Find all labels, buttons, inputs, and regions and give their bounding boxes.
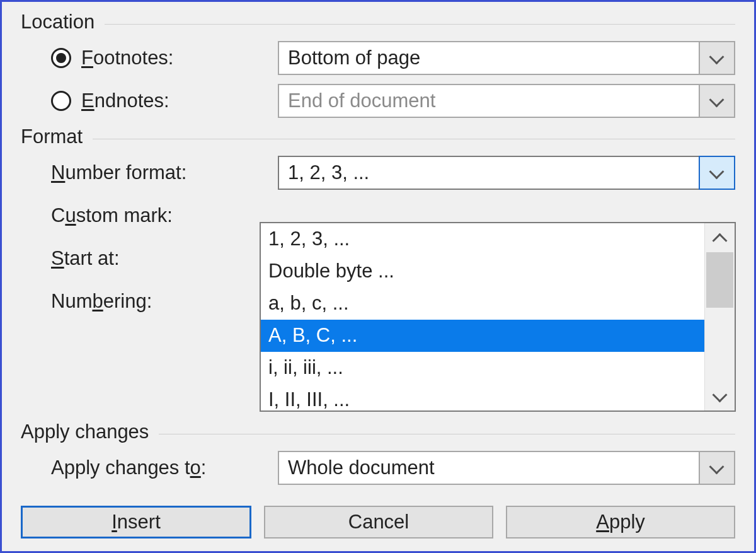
- footnote-endnote-dialog: Location Footnotes: Bottom of page Endno…: [0, 0, 756, 553]
- number-format-option[interactable]: A, B, C, ...: [261, 320, 704, 352]
- endnotes-location-dropdown-button: [699, 85, 734, 117]
- chevron-down-icon: [711, 464, 723, 472]
- apply-changes-combo[interactable]: Whole document: [278, 451, 735, 485]
- number-format-value: 1, 2, 3, ...: [279, 157, 700, 189]
- custom-mark-label: Custom mark:: [51, 204, 278, 227]
- footnotes-location-combo[interactable]: Bottom of page: [278, 41, 735, 75]
- number-format-combo[interactable]: 1, 2, 3, ...: [278, 156, 735, 190]
- insert-button[interactable]: Insert: [21, 506, 251, 538]
- number-format-row: Number format: 1, 2, 3, ...: [21, 153, 735, 192]
- number-format-dropdown-list[interactable]: 1, 2, 3, ...Double byte ...a, b, c, ...A…: [260, 222, 736, 412]
- apply-changes-label: Apply changes to:: [51, 457, 278, 479]
- section-apply-label: Apply changes: [21, 421, 156, 443]
- number-format-option[interactable]: 1, 2, 3, ...: [261, 223, 704, 255]
- cancel-button[interactable]: Cancel: [264, 506, 493, 538]
- chevron-down-icon: [711, 54, 723, 62]
- apply-changes-row: Apply changes to: Whole document: [21, 448, 735, 487]
- footnotes-row: Footnotes: Bottom of page: [21, 38, 735, 78]
- footnotes-location-dropdown-button[interactable]: [699, 42, 734, 74]
- section-format: Format: [21, 124, 735, 149]
- start-at-label: Start at:: [51, 247, 278, 270]
- chevron-up-icon: [714, 233, 725, 243]
- apply-changes-value: Whole document: [279, 452, 699, 484]
- footnotes-radio-label[interactable]: Footnotes:: [51, 47, 278, 69]
- endnotes-location-combo: End of document: [278, 84, 735, 118]
- section-apply-changes: Apply changes Apply changes to: Whole do…: [21, 418, 735, 491]
- endnotes-location-value: End of document: [279, 85, 699, 117]
- endnotes-radio[interactable]: [51, 91, 71, 111]
- section-apply-head: Apply changes: [21, 419, 735, 445]
- apply-changes-dropdown-button[interactable]: [699, 452, 734, 484]
- endnotes-row: Endnotes: End of document: [21, 81, 735, 120]
- number-format-label: Number format:: [51, 161, 278, 184]
- footnotes-location-value: Bottom of page: [279, 42, 699, 74]
- chevron-down-icon: [714, 392, 726, 400]
- endnotes-radio-label[interactable]: Endnotes:: [51, 90, 278, 112]
- scroll-down-button[interactable]: [705, 381, 735, 410]
- dropdown-scrollbar[interactable]: [704, 223, 735, 410]
- scroll-up-button[interactable]: [705, 223, 735, 252]
- section-format-label: Format: [21, 125, 90, 148]
- number-format-option[interactable]: i, ii, iii, ...: [261, 352, 704, 384]
- apply-button[interactable]: Apply: [506, 506, 735, 538]
- chevron-down-icon: [711, 97, 723, 105]
- chevron-down-icon: [711, 169, 723, 177]
- footnotes-radio[interactable]: [51, 48, 71, 68]
- dialog-buttons: Insert Cancel Apply: [21, 506, 735, 538]
- number-format-option[interactable]: I, II, III, ...: [261, 384, 704, 410]
- scroll-thumb[interactable]: [706, 252, 733, 308]
- scroll-track[interactable]: [705, 252, 735, 381]
- number-format-option[interactable]: a, b, c, ...: [261, 288, 704, 320]
- section-location-label: Location: [21, 11, 102, 33]
- number-format-option[interactable]: Double byte ...: [261, 255, 704, 288]
- section-location: Location: [21, 9, 735, 35]
- number-format-dropdown-button[interactable]: [699, 156, 735, 190]
- numbering-label: Numbering:: [51, 290, 278, 313]
